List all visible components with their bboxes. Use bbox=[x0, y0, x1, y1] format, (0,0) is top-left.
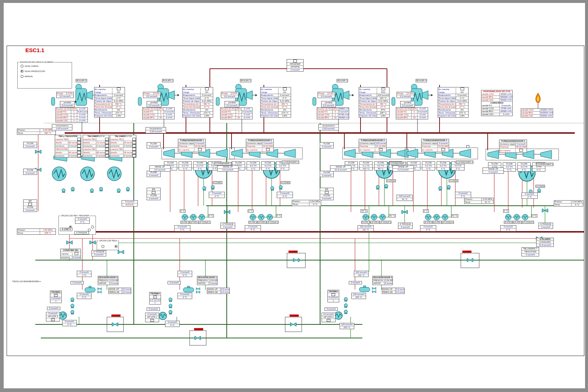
boiler-param-row[interactable]: Rendimiento0% bbox=[438, 108, 468, 111]
blower-checkbox[interactable] bbox=[132, 151, 136, 154]
tg-run-checkbox[interactable] bbox=[266, 148, 270, 151]
fuel-row[interactable]: caudal BFG300 m³/h bbox=[143, 116, 174, 119]
fuel-row[interactable]: caudal BFG3066066 m³/h bbox=[317, 116, 349, 119]
flow-box[interactable]: FLOW0,0 T/h0 °C bbox=[503, 162, 516, 172]
blower-checkbox[interactable] bbox=[105, 151, 109, 154]
boiler-param-row[interactable]: Evaporación120 tonne/h bbox=[359, 94, 389, 97]
boiler-param-row[interactable]: Temp. Chimenea-273 °C bbox=[94, 111, 125, 114]
fuel-row[interactable]: Exceso de Aire15%0 m³/h bbox=[56, 108, 87, 110]
tg-run-checkbox[interactable] bbox=[519, 149, 523, 152]
boiler-param-row[interactable]: Temp Agua Caldera0 °C bbox=[183, 97, 213, 100]
fuel-row[interactable]: caudal COG10 m³/h bbox=[396, 113, 428, 116]
blower-row[interactable]: consumo0 tonne/h bbox=[83, 144, 109, 147]
tg-run-checkbox[interactable] bbox=[379, 148, 383, 151]
boiler-run-checkbox[interactable] bbox=[381, 87, 385, 90]
boiler-param-row[interactable]: Temp Agua Caldera0 °C bbox=[438, 97, 468, 100]
flow-box[interactable]: FLOW0,0 T/h0 °C bbox=[422, 161, 435, 170]
blower-checkbox[interactable] bbox=[132, 144, 136, 147]
blower-checkbox[interactable] bbox=[77, 138, 81, 141]
boiler-param-row[interactable]: Evaporación0 tonne/h bbox=[438, 94, 468, 97]
blower-checkbox[interactable] bbox=[77, 154, 81, 157]
boiler-param-row[interactable]: Evaporación0 tonne/h bbox=[261, 94, 291, 97]
blower-checkbox[interactable] bbox=[105, 138, 109, 141]
boiler-param-row[interactable]: Presión de Vapor6,21 MPa bbox=[438, 100, 468, 103]
boiler-param-row[interactable]: Fraccion O2 Chimenea2,8% bbox=[183, 114, 213, 117]
flare-row[interactable]: caudal COG43252 m³/h bbox=[521, 109, 553, 111]
boiler-param-row[interactable]: Temp Agua Caldera203 °C bbox=[359, 97, 389, 100]
boiler-run-checkbox[interactable] bbox=[460, 87, 464, 90]
fuel-row[interactable]: caudal COG10 m³/h bbox=[143, 113, 174, 116]
fuel-row[interactable]: caudal LDG00 m³/h bbox=[56, 119, 87, 122]
blower-row[interactable]: consumo0 tonne/h bbox=[110, 144, 136, 147]
boiler-param-row[interactable]: Evaporación0 tonne/h bbox=[183, 94, 213, 97]
blower-row[interactable]: consumo0 tonne/h bbox=[55, 144, 81, 147]
boiler-run-checkbox[interactable] bbox=[205, 87, 209, 90]
radio-option[interactable]: IGUAL PRODUCCION bbox=[21, 70, 72, 73]
radio-icon[interactable] bbox=[21, 65, 24, 68]
tbomba-checkbox[interactable] bbox=[331, 293, 335, 296]
blower-row[interactable]: diseño60 tonne/h bbox=[55, 151, 81, 154]
blower-checkbox[interactable] bbox=[105, 141, 109, 144]
radio-icon[interactable] bbox=[21, 70, 24, 73]
boiler-param-row[interactable]: Temp. Chimenea238 °C bbox=[359, 111, 389, 114]
opcion-radio[interactable] bbox=[101, 245, 104, 248]
blower-checkbox[interactable] bbox=[105, 154, 109, 157]
gas-row[interactable]: caudal BFG500000 m³/h bbox=[481, 96, 512, 98]
fuel-row[interactable]: caudal FO00 tonne/h bbox=[220, 110, 252, 113]
boiler-param-row[interactable]: Evaporación0 tonne/h bbox=[94, 94, 125, 97]
fuel-row[interactable]: caudal COG16748 m³/h bbox=[317, 113, 349, 116]
boiler-param-row[interactable]: Rendimiento0% bbox=[183, 108, 213, 111]
fuel-row[interactable]: Exceso de Aire25%0 m³/h bbox=[220, 108, 252, 110]
boiler-param-row[interactable]: Fraccion O2 Chimenea2,8% bbox=[261, 114, 291, 117]
boiler-param-row[interactable]: Presión de Vapor6,21 MPa bbox=[94, 100, 125, 103]
hp-htr-checkbox[interactable] bbox=[327, 319, 330, 322]
gas-consumo-row[interactable]: caudal LDG0 m³/h bbox=[481, 113, 512, 116]
boiler-param-row[interactable]: Presión de Vapor6,21 MPa bbox=[261, 100, 291, 103]
fuel-row[interactable]: caudal FO00 tonne/h bbox=[317, 110, 349, 113]
fuel-row[interactable]: Exceso de Aire25%96800 m³/h bbox=[317, 108, 349, 110]
boiler-param-row[interactable]: Rendimiento87% bbox=[359, 108, 389, 111]
gas-consumo-row[interactable]: caudal FO0 tonne/h bbox=[481, 104, 512, 107]
blower-checkbox[interactable] bbox=[77, 151, 81, 154]
boiler-param-row[interactable]: Temp Agua Caldera0 °C bbox=[261, 97, 291, 100]
fuel-row[interactable]: caudal BFG300 m³/h bbox=[396, 116, 428, 119]
boiler-param-row[interactable]: Rendimiento0% bbox=[261, 108, 291, 111]
blower-checkbox[interactable] bbox=[132, 138, 136, 141]
blower-checkbox[interactable] bbox=[132, 141, 136, 144]
er-checkbox[interactable] bbox=[28, 203, 32, 206]
blower-checkbox[interactable] bbox=[132, 154, 136, 157]
flare-row[interactable]: caudal LDG50000 m³/h bbox=[521, 114, 553, 117]
flow-box[interactable]: FLOW6,1 T/h143 °C bbox=[359, 161, 373, 170]
boiler-param-row[interactable]: Temp Aire Entrada27 °C bbox=[438, 105, 468, 108]
opcion-radio[interactable] bbox=[91, 226, 94, 229]
boiler-param-row[interactable]: Temperatura de Vapor482 °C bbox=[183, 103, 213, 105]
hp-htr-checkbox[interactable] bbox=[150, 319, 154, 322]
boiler-param-row[interactable]: Temp Aire Entrada27 °C bbox=[359, 105, 389, 108]
boiler-param-row[interactable]: Fraccion O2 Chimenea2,9% bbox=[94, 114, 125, 117]
fuel-row[interactable]: caudal BFG00 m³/h bbox=[56, 116, 87, 119]
blower-checkbox[interactable] bbox=[132, 148, 136, 151]
hp-htr-checkbox[interactable] bbox=[51, 318, 55, 321]
fuel-row[interactable]: caudal FO00 tonne/h bbox=[143, 110, 174, 113]
boiler-param-row[interactable]: Temp Agua Caldera0 °C bbox=[94, 97, 125, 100]
er-checkbox[interactable] bbox=[325, 191, 329, 194]
fuel-row[interactable]: caudal FO00 tonne/h bbox=[396, 110, 428, 113]
boiler-param-row[interactable]: Carga0% bbox=[94, 91, 125, 94]
gas-consumo-row[interactable]: caudal COG6748 m³/h bbox=[481, 107, 512, 110]
blower-row[interactable]: marcha TB1 bbox=[110, 138, 136, 141]
blower-checkbox[interactable] bbox=[77, 148, 81, 151]
boiler-param-row[interactable]: Temperatura de Vapor482 °C bbox=[261, 103, 291, 105]
boiler-param-row[interactable]: Temperatura de Vapor482 °C bbox=[94, 103, 125, 105]
flow-box[interactable]: FLOW0,0 T/h0 °C bbox=[193, 161, 207, 170]
blower-row[interactable]: marcha TB3 bbox=[83, 138, 109, 141]
blower-row[interactable]: consumo0 tonne/h bbox=[55, 154, 81, 157]
fuel-row[interactable]: Exceso de Aire25%0 m³/h bbox=[143, 108, 174, 110]
blower-row[interactable]: marcha TB2 bbox=[110, 147, 136, 151]
radio-option[interactable]: MANUAL bbox=[21, 75, 72, 78]
blower-checkbox[interactable] bbox=[77, 141, 81, 144]
boiler-param-row[interactable]: Carga0% bbox=[183, 91, 213, 94]
boiler-run-checkbox[interactable] bbox=[117, 87, 121, 90]
tbomba-checkbox[interactable] bbox=[54, 294, 58, 297]
boiler-param-row[interactable]: Temp. Chimenea-273 °C bbox=[183, 111, 213, 114]
tbomba-checkbox[interactable] bbox=[153, 295, 157, 298]
